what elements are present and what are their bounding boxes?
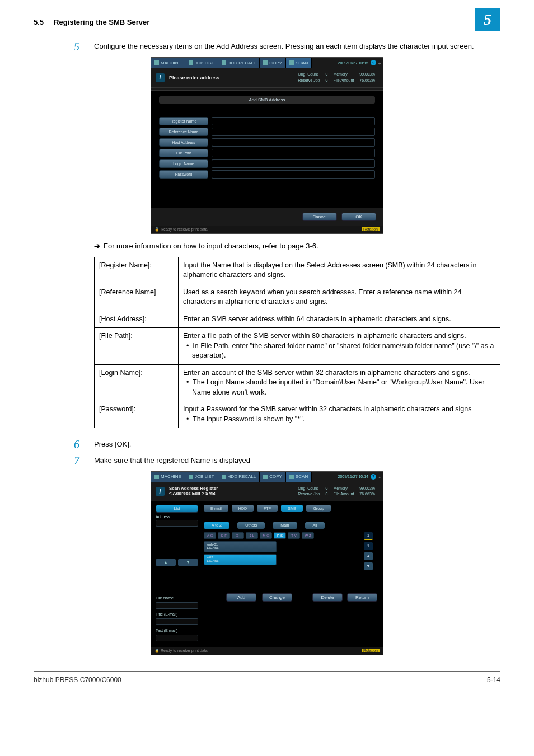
tab-group[interactable]: Group (306, 505, 330, 512)
address-display (156, 520, 198, 527)
tab-joblist[interactable]: JOB LIST (185, 58, 218, 68)
screenshot-add-address: MACHINE JOB LIST HDD RECALL COPY SCAN 20… (151, 57, 383, 234)
delete-button[interactable]: Delete (312, 593, 343, 602)
count-badge: 1 (364, 532, 373, 540)
letter-filter-row: A-C D-F G-I J-L M-O P-S T-V W-Z (204, 532, 377, 539)
tab-machine[interactable]: MACHINE (151, 58, 185, 68)
tab-copy[interactable]: COPY (260, 58, 286, 68)
scan-icon (289, 60, 294, 65)
cell-val: Input the Name that is displayed on the … (179, 257, 500, 284)
cell-key: [Reference Name] (95, 284, 179, 311)
filter-main[interactable]: Main (273, 522, 297, 529)
copy-icon (263, 60, 268, 65)
cell-val: Used as a search keyword when you search… (179, 284, 500, 311)
cell-key: [Login Name]: (95, 364, 179, 401)
clock: 2009/11/27 10:15?⏚ (336, 58, 383, 68)
letter-filter[interactable]: A-C (204, 532, 216, 539)
info-icon: i (156, 487, 165, 496)
input-password[interactable] (212, 170, 375, 179)
tab-machine[interactable]: MACHINE (151, 472, 185, 482)
machine-icon (154, 475, 159, 479)
info-icon: i (156, 73, 165, 82)
step-text: Press [OK]. (94, 439, 500, 449)
list-icon (189, 475, 193, 479)
input-reference-name[interactable] (212, 128, 375, 136)
field-password[interactable]: Password (159, 170, 208, 179)
letter-filter[interactable]: G-I (232, 532, 244, 539)
page-down-button[interactable]: ▼ (178, 559, 198, 566)
text-email-field[interactable] (156, 635, 198, 641)
rotation-badge: Rotation (362, 227, 380, 231)
section-number: 5.5 (34, 18, 44, 26)
help-icon[interactable]: ? (371, 474, 376, 480)
letter-filter[interactable]: P-S (274, 532, 286, 539)
letter-filter[interactable]: M-O (260, 532, 272, 539)
tab-hdd[interactable]: HDD (232, 505, 254, 512)
chapter-badge: 5 (475, 8, 500, 31)
tab-copy[interactable]: COPY (260, 472, 286, 482)
list-button[interactable]: List (156, 505, 198, 513)
address-label: Address (156, 515, 198, 519)
tab-ftp[interactable]: FTP (257, 505, 278, 512)
field-host-address[interactable]: Host Address (159, 138, 208, 147)
input-register-name[interactable] (212, 117, 375, 125)
change-button[interactable]: Change (262, 593, 292, 602)
scroll-up-button[interactable]: ▲ (364, 552, 373, 560)
input-login-name[interactable] (212, 159, 375, 168)
input-file-path[interactable] (212, 149, 375, 157)
address-item[interactable]: s-02123.456 (204, 554, 277, 565)
section-title: Registering the SMB Server (54, 18, 500, 26)
status-text: 🔒 Ready to receive print data (154, 649, 208, 653)
antenna-icon: ⏚ (378, 475, 381, 478)
letter-filter[interactable]: T-V (288, 532, 300, 539)
tab-joblist[interactable]: JOB LIST (185, 472, 218, 482)
filter-others[interactable]: Others (237, 522, 265, 529)
title-email-label: Title (E-mail) (156, 612, 198, 616)
field-login-name[interactable]: Login Name (159, 159, 208, 168)
cell-val: Enter a file path of the SMB server with… (179, 328, 500, 365)
field-description-table: [Register Name]:Input the Name that is d… (94, 257, 500, 429)
scroll-down-button[interactable]: ▼ (364, 562, 373, 570)
letter-filter[interactable]: W-Z (302, 532, 314, 539)
tab-scan[interactable]: SCAN (286, 58, 312, 68)
right-panel: E-mail HDD FTP SMB Group A to Z Others M… (202, 501, 383, 647)
clock: 2009/11/27 10:14?⏚ (336, 472, 383, 482)
rotation-badge: Rotation (362, 649, 380, 652)
return-button[interactable]: Return (347, 593, 377, 602)
tab-email[interactable]: E-mail (204, 505, 228, 512)
letter-filter[interactable]: J-L (246, 532, 258, 539)
tab-hddrecall[interactable]: HDD RECALL (218, 58, 260, 68)
machine-icon (154, 60, 159, 65)
filename-label: File Name (156, 596, 198, 600)
cross-reference: ➔For more information on how to input ch… (94, 242, 500, 250)
input-host-address[interactable] (212, 138, 375, 147)
scroll-buttons: 1 1 ▲ ▼ (364, 532, 373, 570)
field-register-name[interactable]: Register Name (159, 117, 208, 125)
help-icon[interactable]: ? (371, 60, 376, 65)
letter-filter[interactable]: D-F (218, 532, 230, 539)
page-up-button[interactable]: ▲ (156, 559, 176, 566)
filter-atoz[interactable]: A to Z (204, 522, 229, 529)
info-prompt: Please enter address (169, 75, 219, 81)
tab-scan[interactable]: SCAN (286, 472, 312, 482)
ok-button[interactable]: OK (341, 213, 376, 221)
tab-smb[interactable]: SMB (281, 505, 303, 512)
panel-title: Add SMB Address (159, 96, 375, 104)
breadcrumb: Scan Address Register < Address Edit > S… (169, 486, 218, 496)
cell-val: Enter an SMB server address within 64 ch… (179, 311, 500, 328)
cancel-button[interactable]: Cancel (302, 213, 337, 221)
title-email-field[interactable] (156, 618, 198, 625)
scan-icon (289, 475, 294, 479)
text-email-label: Text (E-mail) (156, 628, 198, 632)
field-reference-name[interactable]: Reference Name (159, 128, 208, 136)
page-footer: bizhub PRESS C7000/C6000 5-14 (34, 671, 500, 684)
field-file-path[interactable]: File Path (159, 149, 208, 157)
arrow-icon: ➔ (94, 242, 100, 250)
filter-all[interactable]: All (305, 522, 325, 529)
count-total: 1 (364, 542, 373, 550)
filename-field[interactable] (156, 602, 198, 609)
tab-hddrecall[interactable]: HDD RECALL (218, 472, 260, 482)
add-button[interactable]: Add (226, 593, 256, 602)
address-item[interactable]: smb-01123.456 (204, 541, 277, 552)
stats-panel: Orig. Count0Memory99.003% Reserve Job0Fi… (294, 71, 378, 84)
